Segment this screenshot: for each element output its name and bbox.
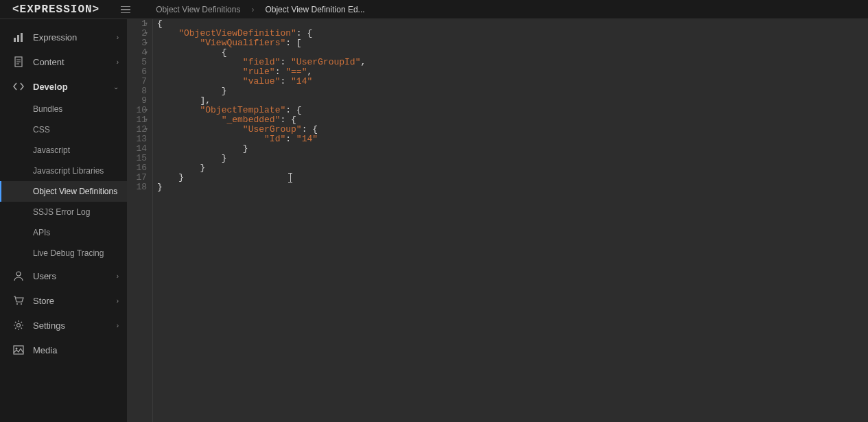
fold-marker-icon[interactable]: ▾ <box>145 29 148 38</box>
svg-point-7 <box>16 272 21 276</box>
fold-marker-icon[interactable]: ▾ <box>145 106 148 115</box>
app-logo: <EXPRESSION> <box>0 3 112 16</box>
code-editor[interactable]: 1▾2▾3▾4▾5678910▾11▾12▾131415161718 { "Ob… <box>127 19 868 422</box>
sidebar-subitem-label: APIs <box>33 228 50 237</box>
line-number: 13 <box>127 134 147 144</box>
code-line[interactable]: "_embedded": { <box>157 115 868 125</box>
chart-icon <box>12 31 25 43</box>
sidebar-item-develop[interactable]: Develop⌄ <box>0 74 127 99</box>
svg-point-12 <box>16 348 18 350</box>
code-icon <box>12 80 25 93</box>
cart-icon <box>12 294 25 307</box>
image-icon <box>12 344 25 356</box>
sidebar-subitem-ssjs[interactable]: SSJS Error Log <box>0 202 127 222</box>
line-number: 14 <box>127 144 147 154</box>
code-line[interactable]: "value": "14" <box>157 77 868 86</box>
svg-point-8 <box>16 303 18 305</box>
line-number: 1▾ <box>127 19 147 29</box>
editor-gutter: 1▾2▾3▾4▾5678910▾11▾12▾131415161718 <box>127 19 153 422</box>
breadcrumb-item-0[interactable]: Object View Definitions <box>156 5 240 14</box>
sidebar-subitem-ovd[interactable]: Object View Definitions <box>0 181 127 202</box>
sidebar-subitem-css[interactable]: CSS <box>0 119 127 140</box>
code-line[interactable]: "field": "UserGroupId", <box>157 58 868 67</box>
code-line[interactable]: { <box>157 19 868 29</box>
line-number: 8 <box>127 86 147 96</box>
line-number: 6 <box>127 67 147 77</box>
line-number: 16 <box>127 163 147 173</box>
sidebar-item-label: Expression <box>33 32 117 43</box>
code-line[interactable]: "UserGroup": { <box>157 125 868 134</box>
sidebar-subitem-js-libs[interactable]: Javascript Libraries <box>0 161 127 181</box>
text-cursor <box>290 173 291 183</box>
line-number: 2▾ <box>127 29 147 38</box>
code-line[interactable]: } <box>157 86 868 96</box>
chevron-right-icon: › <box>117 34 119 41</box>
code-line[interactable]: "rule": "==", <box>157 67 868 77</box>
svg-rect-1 <box>17 35 19 42</box>
line-number: 5 <box>127 58 147 67</box>
code-line[interactable]: } <box>157 183 868 192</box>
sidebar-item-label: Users <box>33 271 117 281</box>
sidebar-subitem-apis[interactable]: APIs <box>0 222 127 243</box>
sidebar-item-store[interactable]: Store› <box>0 288 127 313</box>
code-line[interactable]: { <box>157 48 868 58</box>
svg-point-9 <box>21 303 22 305</box>
code-line[interactable]: "ObjectTemplate": { <box>157 106 868 115</box>
sidebar-subitem-label: SSJS Error Log <box>33 207 90 217</box>
editor-code-area[interactable]: { "ObjectViewDefinition": { "ViewQualifi… <box>153 19 868 422</box>
line-number: 4▾ <box>127 48 147 58</box>
breadcrumb-item-1[interactable]: Object View Definition Ed... <box>265 5 364 14</box>
sidebar-subitem-label: CSS <box>33 125 50 134</box>
document-icon <box>12 56 25 68</box>
line-number: 9 <box>127 96 147 106</box>
code-line[interactable]: } <box>157 163 868 173</box>
user-icon <box>12 270 25 282</box>
chevron-right-icon: › <box>117 297 119 305</box>
fold-marker-icon[interactable]: ▾ <box>145 115 148 125</box>
menu-toggle-button[interactable] <box>116 0 135 19</box>
sidebar: Expression›Content›Develop⌄BundlesCSSJav… <box>0 19 127 422</box>
line-number: 3▾ <box>127 38 147 48</box>
line-number: 10▾ <box>127 106 147 115</box>
sidebar-item-settings[interactable]: Settings› <box>0 313 127 338</box>
fold-marker-icon[interactable]: ▾ <box>145 125 148 134</box>
code-line[interactable]: "ObjectViewDefinition": { <box>157 29 868 38</box>
line-number: 12▾ <box>127 125 147 134</box>
sidebar-item-content[interactable]: Content› <box>0 49 127 74</box>
sidebar-subitem-label: Javascript <box>33 145 70 155</box>
sidebar-subitem-bundles[interactable]: Bundles <box>0 99 127 119</box>
sidebar-subitem-label: Bundles <box>33 104 62 114</box>
breadcrumb: Object View Definitions › Object View De… <box>135 5 364 14</box>
chevron-down-icon: ⌄ <box>113 83 119 91</box>
chevron-right-icon: › <box>117 322 119 329</box>
code-line[interactable]: ], <box>157 96 868 106</box>
topbar: <EXPRESSION> Object View Definitions › O… <box>0 0 868 19</box>
sidebar-item-media[interactable]: Media <box>0 338 127 362</box>
sidebar-subitem-debug[interactable]: Live Debug Tracing <box>0 243 127 263</box>
sidebar-subitem-label: Live Debug Tracing <box>33 248 104 258</box>
fold-marker-icon[interactable]: ▾ <box>145 19 148 29</box>
code-line[interactable]: } <box>157 173 868 183</box>
sidebar-subitem-label: Javascript Libraries <box>33 166 104 176</box>
code-line[interactable]: "ViewQualifiers": [ <box>157 38 868 48</box>
code-line[interactable]: "Id": "14" <box>157 134 868 144</box>
sidebar-item-users[interactable]: Users› <box>0 263 127 288</box>
gear-icon <box>12 319 25 331</box>
line-number: 18 <box>127 183 147 192</box>
main-container: Expression›Content›Develop⌄BundlesCSSJav… <box>0 19 868 422</box>
fold-marker-icon[interactable]: ▾ <box>145 38 148 48</box>
svg-rect-2 <box>21 33 23 42</box>
sidebar-item-label: Store <box>33 296 117 306</box>
code-line[interactable]: } <box>157 154 868 163</box>
fold-marker-icon[interactable]: ▾ <box>145 48 148 58</box>
line-number: 11▾ <box>127 115 147 125</box>
line-number: 17 <box>127 173 147 183</box>
sidebar-item-label: Content <box>33 57 117 67</box>
sidebar-subitem-javascript[interactable]: Javascript <box>0 140 127 161</box>
code-line[interactable]: } <box>157 144 868 154</box>
sidebar-item-label: Settings <box>33 320 117 331</box>
chevron-right-icon: › <box>117 272 119 280</box>
sidebar-item-label: Develop <box>33 82 113 92</box>
chevron-right-icon: › <box>117 58 119 66</box>
sidebar-item-expression[interactable]: Expression› <box>0 25 127 49</box>
